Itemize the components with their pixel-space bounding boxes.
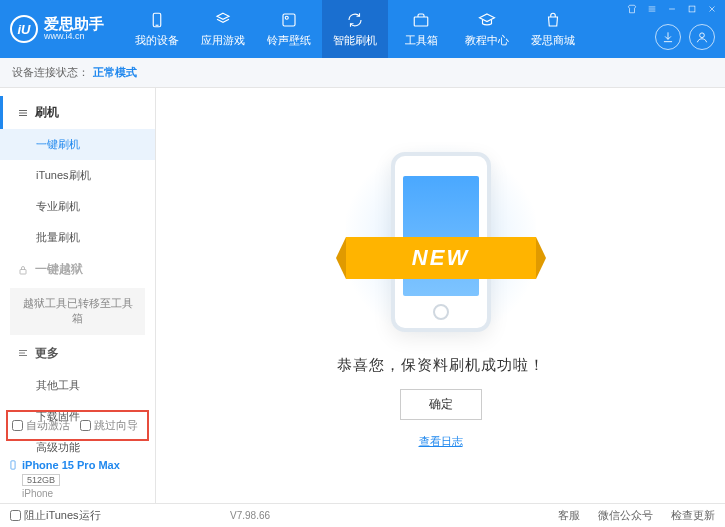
menu-button[interactable] [643, 2, 661, 16]
nav-apps[interactable]: 应用游戏 [190, 0, 256, 58]
status-mode: 正常模式 [93, 65, 137, 80]
nav-flash[interactable]: 智能刷机 [322, 0, 388, 58]
header-actions [655, 24, 715, 50]
sidebar-header-jailbreak: 一键越狱 [0, 253, 155, 286]
svg-rect-17 [20, 269, 26, 274]
footer: 阻止iTunes运行 V7.98.66 客服 微信公众号 检查更新 [0, 503, 725, 527]
nav-tutorial[interactable]: 教程中心 [454, 0, 520, 58]
sidebar-item-itunes[interactable]: iTunes刷机 [0, 160, 155, 191]
nav-label: 我的设备 [135, 33, 179, 48]
device-storage: 512GB [22, 474, 60, 486]
sidebar-header-label: 刷机 [35, 104, 59, 121]
phone-icon [8, 458, 18, 472]
nav-ringtone[interactable]: 铃声壁纸 [256, 0, 322, 58]
sidebar-item-pro[interactable]: 专业刷机 [0, 191, 155, 222]
footer-link-support[interactable]: 客服 [558, 508, 580, 523]
svg-rect-4 [414, 17, 428, 26]
minimize-button[interactable] [663, 2, 681, 16]
nav-store[interactable]: 爱思商城 [520, 0, 586, 58]
options-highlighted: 自动激活 跳过向导 [6, 410, 149, 441]
sidebar-header-flash[interactable]: 刷机 [0, 96, 155, 129]
maximize-button[interactable] [683, 2, 701, 16]
nav-label: 教程中心 [465, 33, 509, 48]
toolbox-icon [412, 11, 430, 29]
skin-button[interactable] [623, 2, 641, 16]
checkbox-skip-guide[interactable]: 跳过向导 [80, 418, 138, 433]
window-controls [623, 2, 721, 16]
footer-link-update[interactable]: 检查更新 [671, 508, 715, 523]
svg-rect-9 [689, 6, 695, 12]
sidebar-item-batch[interactable]: 批量刷机 [0, 222, 155, 253]
status-bar: 设备连接状态： 正常模式 [0, 58, 725, 88]
sidebar: 刷机 一键刷机 iTunes刷机 专业刷机 批量刷机 一键越狱 越狱工具已转移至… [0, 88, 156, 503]
device-icon [148, 11, 166, 29]
nav-toolbox[interactable]: 工具箱 [388, 0, 454, 58]
download-button[interactable] [655, 24, 681, 50]
success-illustration: NEW [366, 142, 516, 342]
sidebar-header-label: 更多 [35, 345, 59, 362]
svg-point-13 [700, 33, 705, 38]
more-icon [17, 347, 29, 359]
footer-link-wechat[interactable]: 微信公众号 [598, 508, 653, 523]
logo[interactable]: iU 爱思助手 www.i4.cn [10, 15, 124, 43]
sidebar-item-other[interactable]: 其他工具 [0, 370, 155, 401]
svg-rect-2 [283, 14, 295, 26]
tutorial-icon [478, 11, 496, 29]
checkbox-label: 自动激活 [26, 418, 70, 433]
checkbox-auto-activate[interactable]: 自动激活 [12, 418, 70, 433]
view-log-link[interactable]: 查看日志 [419, 434, 463, 449]
list-icon [17, 107, 29, 119]
lock-icon [17, 264, 29, 276]
sidebar-jailbreak-note[interactable]: 越狱工具已转移至工具箱 [10, 288, 145, 335]
device-info: iPhone 15 Pro Max 512GB iPhone [8, 458, 120, 499]
wallpaper-icon [280, 11, 298, 29]
status-label: 设备连接状态： [12, 65, 89, 80]
checkbox-label: 阻止iTunes运行 [24, 508, 101, 523]
store-icon [544, 11, 562, 29]
nav-label: 铃声壁纸 [267, 33, 311, 48]
close-button[interactable] [703, 2, 721, 16]
checkbox-label: 跳过向导 [94, 418, 138, 433]
sidebar-header-label: 一键越狱 [35, 261, 83, 278]
logo-icon: iU [10, 15, 38, 43]
device-model: iPhone [22, 488, 120, 499]
svg-point-3 [285, 16, 288, 19]
version-label: V7.98.66 [230, 510, 270, 521]
main-content: NEW 恭喜您，保资料刷机成功啦！ 确定 查看日志 [156, 88, 725, 503]
svg-rect-21 [11, 461, 15, 469]
device-name[interactable]: iPhone 15 Pro Max [8, 458, 120, 472]
sidebar-item-oneclick[interactable]: 一键刷机 [0, 129, 155, 160]
ok-button[interactable]: 确定 [400, 389, 482, 420]
new-banner: NEW [346, 237, 536, 279]
main-nav: 我的设备 应用游戏 铃声壁纸 智能刷机 工具箱 教程中心 爱思商城 [124, 0, 586, 58]
nav-label: 工具箱 [405, 33, 438, 48]
app-title: 爱思助手 [44, 16, 104, 33]
sidebar-header-more[interactable]: 更多 [0, 337, 155, 370]
nav-my-device[interactable]: 我的设备 [124, 0, 190, 58]
nav-label: 应用游戏 [201, 33, 245, 48]
nav-label: 智能刷机 [333, 33, 377, 48]
app-url: www.i4.cn [44, 32, 104, 42]
checkbox-block-itunes[interactable]: 阻止iTunes运行 [10, 508, 101, 523]
app-header: iU 爱思助手 www.i4.cn 我的设备 应用游戏 铃声壁纸 智能刷机 工具… [0, 0, 725, 58]
flash-icon [346, 11, 364, 29]
user-button[interactable] [689, 24, 715, 50]
nav-label: 爱思商城 [531, 33, 575, 48]
apps-icon [214, 11, 232, 29]
